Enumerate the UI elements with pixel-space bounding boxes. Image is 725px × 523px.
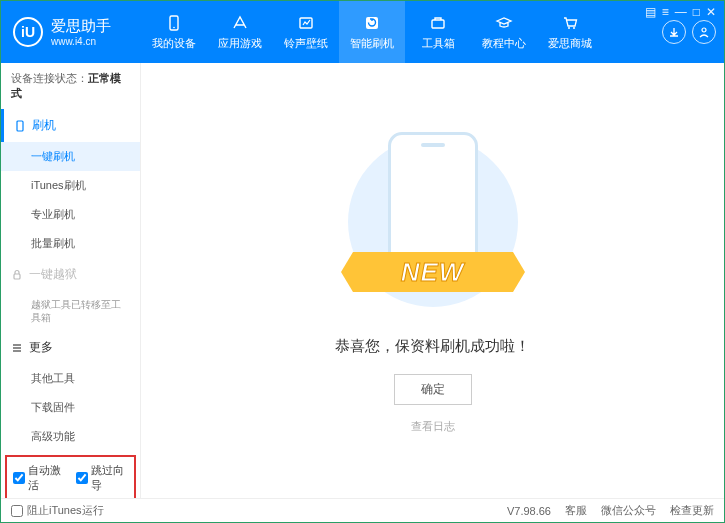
sidebar: 设备连接状态：正常模式 刷机 一键刷机 iTunes刷机 专业刷机 批量刷机 一… (1, 63, 141, 498)
sidebar-group-jailbreak: 一键越狱 (1, 258, 140, 291)
skip-guide-input[interactable] (76, 472, 88, 484)
refresh-icon (363, 14, 381, 32)
download-icon (668, 26, 680, 38)
user-button[interactable] (692, 20, 716, 44)
maximize-icon[interactable]: □ (693, 5, 700, 19)
minimize-icon[interactable]: — (675, 5, 687, 19)
check-update-link[interactable]: 检查更新 (670, 503, 714, 518)
nav-label: 我的设备 (152, 36, 196, 51)
checkbox-label: 自动激活 (28, 463, 66, 493)
sidebar-item-itunes-flash[interactable]: iTunes刷机 (1, 171, 140, 200)
window-controls: ▤ ≡ — □ ✕ (645, 5, 716, 19)
device-status: 设备连接状态：正常模式 (1, 63, 140, 109)
status-bar: 阻止iTunes运行 V7.98.66 客服 微信公众号 检查更新 (1, 498, 724, 522)
user-icon (698, 26, 710, 38)
main: 设备连接状态：正常模式 刷机 一键刷机 iTunes刷机 专业刷机 批量刷机 一… (1, 63, 724, 498)
checkbox-label: 跳过向导 (91, 463, 129, 493)
sidebar-group-more[interactable]: 更多 (1, 331, 140, 364)
svg-point-5 (568, 27, 570, 29)
header: ▤ ≡ — □ ✕ iU 爱思助手 www.i4.cn 我的设备 应用游戏 铃声… (1, 1, 724, 63)
version-text: V7.98.66 (507, 505, 551, 517)
app-url: www.i4.cn (51, 36, 111, 47)
flash-options-highlight: 自动激活 跳过向导 (5, 455, 136, 498)
header-right (662, 20, 724, 44)
nav-tutorials[interactable]: 教程中心 (471, 1, 537, 63)
block-itunes-label: 阻止iTunes运行 (27, 503, 104, 518)
block-itunes-checkbox[interactable]: 阻止iTunes运行 (11, 503, 104, 518)
phone-small-icon (14, 120, 26, 132)
svg-point-1 (173, 26, 175, 28)
toolbox-icon (429, 14, 447, 32)
apps-icon (231, 14, 249, 32)
block-itunes-input[interactable] (11, 505, 23, 517)
main-nav: 我的设备 应用游戏 铃声壁纸 智能刷机 工具箱 教程中心 爱思商城 (141, 1, 662, 63)
svg-point-7 (702, 28, 706, 32)
svg-point-6 (573, 27, 575, 29)
graduation-icon (495, 14, 513, 32)
download-button[interactable] (662, 20, 686, 44)
settings-icon[interactable]: ≡ (662, 5, 669, 19)
nav-label: 教程中心 (482, 36, 526, 51)
wechat-link[interactable]: 微信公众号 (601, 503, 656, 518)
auto-activate-checkbox[interactable]: 自动激活 (13, 463, 66, 493)
group-title: 刷机 (32, 117, 56, 134)
content-area: NEW 恭喜您，保资料刷机成功啦！ 确定 查看日志 (141, 63, 724, 498)
view-log-link[interactable]: 查看日志 (411, 419, 455, 434)
app-name: 爱思助手 (51, 17, 111, 36)
nav-ringtones[interactable]: 铃声壁纸 (273, 1, 339, 63)
nav-smart-flash[interactable]: 智能刷机 (339, 1, 405, 63)
nav-store[interactable]: 爱思商城 (537, 1, 603, 63)
success-illustration: NEW (343, 127, 523, 317)
ok-button[interactable]: 确定 (394, 374, 472, 405)
success-message: 恭喜您，保资料刷机成功啦！ (335, 337, 530, 356)
skip-guide-checkbox[interactable]: 跳过向导 (76, 463, 129, 493)
group-title: 更多 (29, 339, 53, 356)
nav-label: 工具箱 (422, 36, 455, 51)
service-link[interactable]: 客服 (565, 503, 587, 518)
nav-label: 智能刷机 (350, 36, 394, 51)
logo-area: iU 爱思助手 www.i4.cn (1, 17, 141, 47)
svg-rect-4 (432, 20, 444, 28)
sidebar-group-flash[interactable]: 刷机 (1, 109, 140, 142)
close-icon[interactable]: ✕ (706, 5, 716, 19)
auto-activate-input[interactable] (13, 472, 25, 484)
svg-rect-9 (14, 274, 20, 279)
menu-icon[interactable]: ▤ (645, 5, 656, 19)
cart-icon (561, 14, 579, 32)
sidebar-item-pro-flash[interactable]: 专业刷机 (1, 200, 140, 229)
nav-toolbox[interactable]: 工具箱 (405, 1, 471, 63)
jailbreak-note: 越狱工具已转移至工具箱 (1, 291, 140, 331)
new-banner-text: NEW (401, 257, 465, 288)
sidebar-item-download-firmware[interactable]: 下载固件 (1, 393, 140, 422)
sidebar-item-other-tools[interactable]: 其他工具 (1, 364, 140, 393)
wallpaper-icon (297, 14, 315, 32)
sidebar-item-batch-flash[interactable]: 批量刷机 (1, 229, 140, 258)
lock-icon (11, 269, 23, 281)
sidebar-item-advanced[interactable]: 高级功能 (1, 422, 140, 451)
nav-label: 应用游戏 (218, 36, 262, 51)
sidebar-item-oneclick-flash[interactable]: 一键刷机 (1, 142, 140, 171)
nav-label: 爱思商城 (548, 36, 592, 51)
logo-icon: iU (13, 17, 43, 47)
status-label: 设备连接状态： (11, 72, 88, 84)
nav-apps-games[interactable]: 应用游戏 (207, 1, 273, 63)
phone-icon (165, 14, 183, 32)
svg-rect-8 (17, 121, 23, 131)
nav-label: 铃声壁纸 (284, 36, 328, 51)
nav-my-device[interactable]: 我的设备 (141, 1, 207, 63)
group-title: 一键越狱 (29, 266, 77, 283)
list-icon (11, 342, 23, 354)
